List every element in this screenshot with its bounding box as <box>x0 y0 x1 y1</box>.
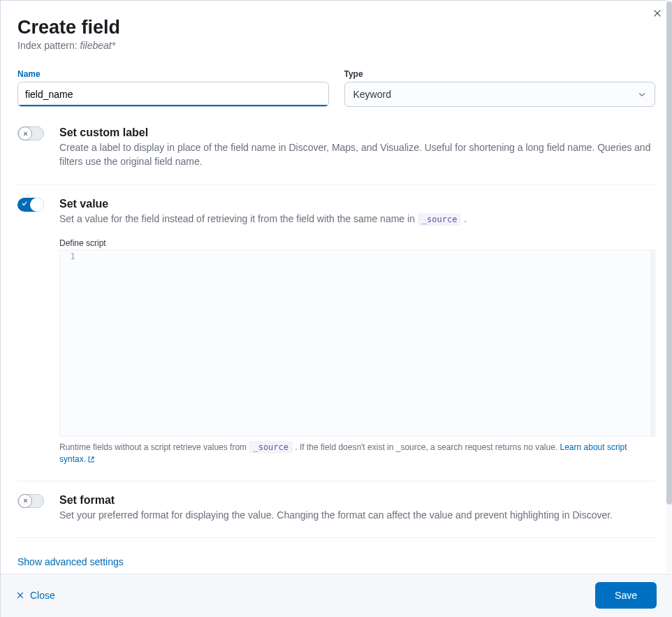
set-format-desc: Set your preferred format for displaying… <box>59 509 655 523</box>
set-format-toggle[interactable] <box>17 494 44 508</box>
external-link-icon <box>87 456 95 463</box>
check-icon <box>21 200 28 207</box>
script-help-text: Runtime fields without a script retrieve… <box>59 442 655 465</box>
flyout-header: Create field Index pattern: filebeat* <box>1 1 672 61</box>
type-select[interactable]: Keyword <box>344 82 656 107</box>
type-select-value: Keyword <box>353 89 391 100</box>
flyout-scrollbar[interactable] <box>666 0 672 573</box>
index-pattern-subtitle: Index pattern: filebeat* <box>17 40 655 51</box>
editor-scrollbar[interactable] <box>650 250 655 436</box>
editor-line-number: 1 <box>60 250 85 261</box>
chevron-down-icon <box>638 90 646 99</box>
set-format-title: Set format <box>59 494 655 507</box>
set-value-title: Set value <box>59 198 655 210</box>
page-title: Create field <box>17 16 655 38</box>
footer: Close Save <box>1 574 672 617</box>
set-value-toggle[interactable] <box>17 198 44 212</box>
name-label: Name <box>17 69 329 79</box>
save-button[interactable]: Save <box>595 582 657 609</box>
custom-label-toggle[interactable] <box>17 126 44 140</box>
close-icon[interactable] <box>652 8 662 18</box>
name-input[interactable] <box>17 82 329 107</box>
advanced-settings-link[interactable]: Show advanced settings <box>17 538 655 573</box>
type-label: Type <box>344 69 656 79</box>
close-button[interactable]: Close <box>16 590 55 601</box>
close-button-label: Close <box>30 590 55 601</box>
custom-label-title: Set custom label <box>59 126 655 139</box>
custom-label-desc: Create a label to display in place of th… <box>59 141 655 168</box>
set-value-desc: Set a value for the field instead of ret… <box>59 212 655 226</box>
script-editor[interactable]: 1 <box>59 249 655 437</box>
define-script-label: Define script <box>59 238 655 248</box>
